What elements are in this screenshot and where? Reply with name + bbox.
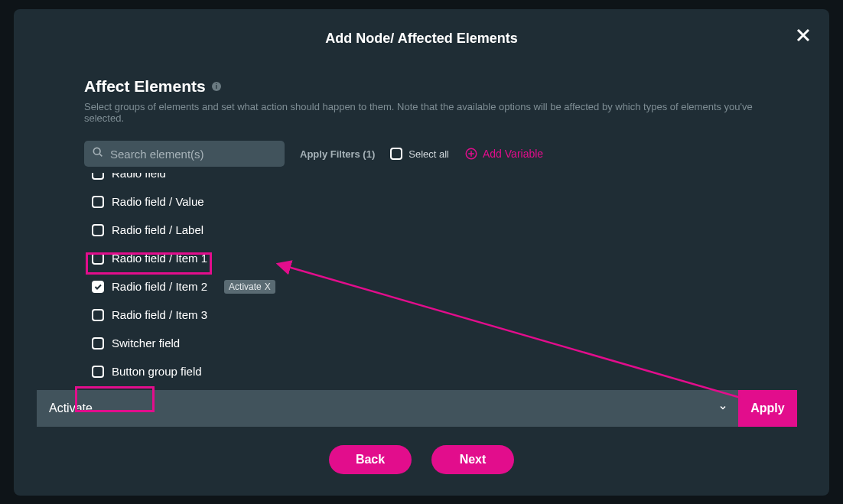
- svg-point-0: [93, 148, 100, 154]
- element-row[interactable]: Radio field / Item 3: [84, 301, 788, 329]
- info-icon[interactable]: i: [212, 82, 221, 91]
- close-button[interactable]: [794, 26, 812, 44]
- next-button[interactable]: Next: [431, 445, 514, 474]
- action-badge-label: Activate: [229, 281, 262, 292]
- checkbox-icon: [92, 224, 104, 236]
- search-icon: [92, 146, 104, 161]
- element-label: Radio field / Label: [112, 223, 203, 236]
- element-label: Switcher field: [112, 337, 180, 350]
- section-title-text: Affect Elements: [84, 77, 206, 96]
- checkbox-icon: [92, 337, 104, 350]
- action-row: Activate Apply: [37, 390, 797, 427]
- element-label: Radio field / Item 1: [112, 252, 207, 265]
- element-row[interactable]: Radio field / Value: [84, 187, 788, 216]
- section-title: Affect Elements i: [84, 77, 788, 96]
- apply-button[interactable]: Apply: [738, 390, 797, 427]
- section-description: Select groups of elements and set what a…: [84, 101, 788, 124]
- elements-list[interactable]: Radio fieldRadio field / ValueRadio fiel…: [84, 173, 788, 402]
- element-row[interactable]: Radio field / Item 1: [84, 244, 788, 272]
- modal-title: Add Node/ Affected Elements: [55, 28, 788, 77]
- checkbox-icon: [92, 309, 104, 321]
- checkbox-icon: [390, 148, 402, 160]
- action-select-value: Activate: [49, 402, 93, 415]
- element-row[interactable]: Radio field / Label: [84, 216, 788, 244]
- checkbox-icon: [92, 173, 104, 180]
- action-badge[interactable]: ActivateX: [224, 280, 275, 294]
- footer-buttons: Back Next: [14, 445, 829, 474]
- checkbox-icon: [92, 366, 104, 378]
- add-variable-label: Add Variable: [483, 148, 543, 160]
- element-label: Radio field / Item 3: [112, 308, 207, 321]
- select-all-checkbox[interactable]: Select all: [390, 148, 449, 160]
- search-input[interactable]: [84, 141, 285, 167]
- close-icon: [794, 26, 812, 44]
- element-label: Button group field: [112, 365, 202, 378]
- element-label: Radio field / Item 2: [112, 280, 207, 293]
- element-row[interactable]: Button group field: [84, 357, 788, 385]
- add-variable-button[interactable]: Add Variable: [464, 147, 543, 161]
- element-row[interactable]: Radio field / Item 2ActivateX: [84, 272, 788, 301]
- checkbox-icon: [92, 281, 104, 293]
- element-row[interactable]: Switcher field: [84, 329, 788, 357]
- element-row[interactable]: Radio field: [84, 173, 788, 187]
- plus-circle-icon: [464, 147, 478, 161]
- element-label: Radio field / Value: [112, 195, 204, 208]
- back-button[interactable]: Back: [329, 445, 412, 474]
- checkbox-icon: [92, 252, 104, 265]
- apply-filters-link[interactable]: Apply Filters (1): [300, 148, 375, 160]
- select-all-label: Select all: [408, 148, 449, 160]
- element-label: Radio field: [112, 173, 166, 180]
- chevron-down-icon: [718, 402, 727, 415]
- toolbar: Apply Filters (1) Select all Add Variabl…: [84, 141, 788, 167]
- checkbox-icon: [92, 196, 104, 208]
- action-select[interactable]: Activate: [37, 390, 738, 427]
- close-icon[interactable]: X: [265, 281, 271, 292]
- modal-panel: Add Node/ Affected Elements Affect Eleme…: [14, 9, 829, 496]
- search-wrap: [84, 141, 285, 167]
